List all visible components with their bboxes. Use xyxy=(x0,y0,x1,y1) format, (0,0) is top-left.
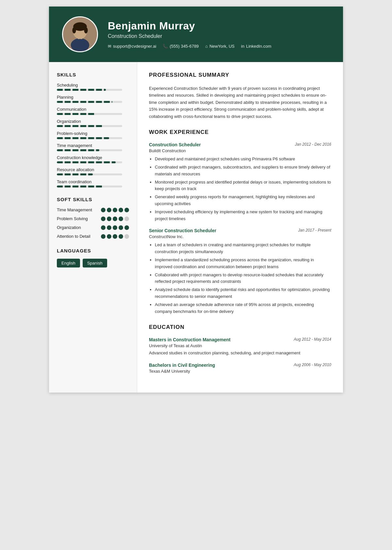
skill-name: Team coordination xyxy=(57,179,129,184)
skill-bar xyxy=(57,125,122,127)
skill-dot xyxy=(107,217,111,221)
skill-bar xyxy=(57,149,122,151)
languages-title: LANGUAGES xyxy=(57,248,129,253)
soft-skill-name: Problem Solving xyxy=(57,216,88,221)
summary-section: PROFESSIONAL SUMMARY Experienced Constru… xyxy=(149,72,331,120)
skill-bar-fill xyxy=(57,89,106,91)
contact-list: ✉ support@cvdesigner.ai 📞 (555) 345-6789… xyxy=(108,44,330,49)
skill-item: Construction knowledge xyxy=(57,155,129,163)
soft-skill-name: Organization xyxy=(57,225,81,230)
language-tag: Spanish xyxy=(83,259,107,267)
skill-dot xyxy=(119,234,123,239)
candidate-name: Benjamin Murray xyxy=(108,20,330,32)
skill-bar-fill xyxy=(57,173,93,175)
skill-bar-fill xyxy=(57,137,109,139)
edu-dates: Aug 2012 - May 2014 xyxy=(294,337,331,342)
email-icon: ✉ xyxy=(108,44,111,49)
job-dates: Jan 2012 - Dec 2016 xyxy=(295,142,331,147)
edu-school: University of Texas at Austin xyxy=(149,343,331,348)
education-section: EDUCATION Masters in Construction Manage… xyxy=(149,324,331,374)
svg-point-4 xyxy=(72,27,76,33)
location-icon: ⌂ xyxy=(205,44,208,49)
linkedin-value: LinkedIn.com xyxy=(246,44,271,49)
job-bullet: Achieved an average schedule adherence r… xyxy=(155,301,331,315)
skill-dot xyxy=(101,208,106,212)
skill-dot xyxy=(107,234,111,239)
skill-name: Time management xyxy=(57,143,129,148)
job-bullet: Led a team of schedulers in creating and… xyxy=(155,242,331,255)
education-entry: Bachelors in Civil Engineering Aug 2006 … xyxy=(149,363,331,374)
resume-header: Benjamin Murray Construction Scheduler ✉… xyxy=(49,7,343,62)
skill-dot xyxy=(107,208,111,212)
skill-dot xyxy=(107,225,111,230)
experience-title: WORK EXPERIENCE xyxy=(149,129,331,138)
skill-bar-fill xyxy=(57,125,103,127)
skill-item: Planning xyxy=(57,95,129,103)
skill-dot xyxy=(119,208,123,212)
skill-dot xyxy=(101,217,106,221)
jobs-list: Construction Scheduler Jan 2012 - Dec 20… xyxy=(149,142,331,315)
skill-dot xyxy=(124,208,129,212)
job-bullet: Implemented a standardized scheduling pr… xyxy=(155,257,331,270)
sidebar: SKILLS Scheduling Planning Communication… xyxy=(49,62,137,393)
skill-dot xyxy=(113,234,117,239)
skill-dot xyxy=(124,225,129,230)
avatar xyxy=(62,16,98,52)
skill-item: Team coordination xyxy=(57,179,129,187)
skill-item: Organization xyxy=(57,119,129,127)
phone-icon: 📞 xyxy=(163,44,168,49)
skill-bar xyxy=(57,137,122,139)
skill-dots xyxy=(101,217,129,221)
edu-header: Bachelors in Civil Engineering Aug 2006 … xyxy=(149,363,331,368)
skill-bar-fill xyxy=(57,161,116,163)
job-title: Senior Construction Scheduler xyxy=(149,228,216,233)
education-list: Masters in Construction Management Aug 2… xyxy=(149,337,331,374)
soft-skill-item: Time Management xyxy=(57,207,129,212)
location-value: NewYork, US xyxy=(209,44,235,49)
skill-name: Resource allocation xyxy=(57,167,129,172)
skill-dot xyxy=(101,225,106,230)
resume: Benjamin Murray Construction Scheduler ✉… xyxy=(49,7,343,393)
soft-skill-name: Time Management xyxy=(57,207,92,212)
skill-bar xyxy=(57,161,122,163)
job-header: Senior Construction Scheduler Jan 2017 -… xyxy=(149,228,331,233)
skill-dot xyxy=(101,234,106,239)
skill-bar xyxy=(57,186,122,187)
skill-item: Resource allocation xyxy=(57,167,129,175)
skill-dot xyxy=(119,217,123,221)
skill-name: Communication xyxy=(57,107,129,112)
soft-skill-item: Problem Solving xyxy=(57,216,129,221)
header-info: Benjamin Murray Construction Scheduler ✉… xyxy=(108,20,330,49)
svg-point-5 xyxy=(84,27,88,33)
email-contact: ✉ support@cvdesigner.ai xyxy=(108,44,156,49)
skill-item: Scheduling xyxy=(57,83,129,91)
skill-dot xyxy=(119,225,123,230)
education-entry: Masters in Construction Management Aug 2… xyxy=(149,337,331,357)
soft-skill-name: Attention to Detail xyxy=(57,234,90,239)
linkedin-icon: in xyxy=(241,44,244,49)
edu-degree: Bachelors in Civil Engineering xyxy=(149,363,215,368)
language-tag: English xyxy=(57,259,80,267)
job-title: Construction Scheduler xyxy=(149,142,201,147)
languages-section: LANGUAGES EnglishSpanish xyxy=(57,248,129,267)
skill-name: Construction knowledge xyxy=(57,155,129,160)
job-dates: Jan 2017 - Present xyxy=(298,228,331,233)
skill-name: Problem-solving xyxy=(57,131,129,136)
job-bullet: Developed and maintained project schedul… xyxy=(155,156,331,163)
skill-bar-fill xyxy=(57,101,112,103)
language-tags: EnglishSpanish xyxy=(57,259,129,267)
candidate-title: Construction Scheduler xyxy=(108,33,330,39)
education-title: EDUCATION xyxy=(149,324,331,332)
edu-dates: Aug 2006 - May 2010 xyxy=(294,363,331,367)
skill-dots xyxy=(101,208,129,212)
linkedin-contact: in LinkedIn.com xyxy=(241,44,271,49)
skill-bar xyxy=(57,113,122,115)
job-header: Construction Scheduler Jan 2012 - Dec 20… xyxy=(149,142,331,147)
job-bullet: Analyzed schedule data to identify poten… xyxy=(155,286,331,300)
skill-name: Planning xyxy=(57,95,129,100)
skills-title: SKILLS xyxy=(57,72,129,77)
svg-point-7 xyxy=(75,39,85,44)
skills-list: Scheduling Planning Communication Organi… xyxy=(57,83,129,187)
edu-school: Texas A&M University xyxy=(149,369,331,374)
edu-degree: Masters in Construction Management xyxy=(149,337,231,342)
